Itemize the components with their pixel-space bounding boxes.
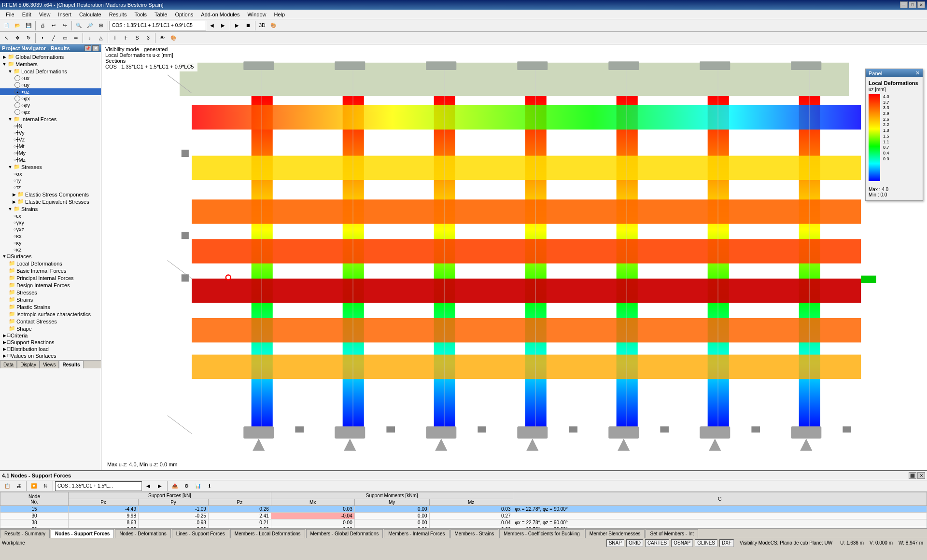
minimize-button[interactable]: ─	[900, 1, 908, 8]
tree-node-criteria[interactable]: ▶ ☐ Criteria	[0, 332, 101, 339]
maximize-button[interactable]: □	[909, 1, 916, 8]
menu-tools[interactable]: Tools	[130, 11, 151, 18]
bottom-tab-10[interactable]: Set of Members - Int	[646, 529, 698, 538]
bottom-tab-4[interactable]: Members - Local Deformations	[230, 529, 305, 538]
tree-node-Mz[interactable]: ○ ╋ Mz	[0, 156, 101, 163]
color-btn[interactable]: 🎨	[168, 33, 179, 43]
radio-uy[interactable]	[14, 82, 20, 88]
table-export2-btn[interactable]: 📤	[169, 481, 180, 491]
select-btn[interactable]: ↖	[1, 33, 12, 43]
bottom-tab-0[interactable]: Results - Summary	[0, 529, 50, 538]
table-resize-btn[interactable]: ⬛	[909, 472, 916, 479]
tree-node-local-def[interactable]: ▼ 📁 Local Deformations	[0, 68, 101, 75]
tree-node-uz[interactable]: ● uz	[0, 88, 101, 95]
tree-node-int-forces[interactable]: ▼ 📁 Internal Forces	[0, 115, 101, 123]
tree-node-dist-load[interactable]: ▶ ☐ Distribution load	[0, 346, 101, 352]
table-chart-btn[interactable]: 📊	[193, 481, 203, 491]
table-sort-btn[interactable]: ⇅	[40, 481, 51, 491]
menu-window[interactable]: Window	[243, 11, 270, 18]
tree-node-isotropic[interactable]: 📁 Isotropic surface characteristics	[0, 310, 101, 318]
tree-node-phix[interactable]: ○ φx	[0, 95, 101, 102]
table-info-btn[interactable]: ℹ	[204, 481, 215, 491]
tree-node-elastic-equiv[interactable]: ▶ 📁 Elastic Equivalent Stresses	[0, 198, 101, 205]
tree-node-tauz[interactable]: ○ τz	[0, 184, 101, 191]
tree-node-elastic-stress[interactable]: ▶ 📁 Elastic Stress Components	[0, 191, 101, 198]
bottom-tab-3[interactable]: Lines - Support Forces	[172, 529, 229, 538]
print-btn[interactable]: 🖨	[37, 20, 48, 31]
tree-node-Vy[interactable]: ○ ╋ Vy	[0, 129, 101, 136]
radio-phix[interactable]	[14, 96, 20, 101]
tree-node-ky[interactable]: ○ κy	[0, 239, 101, 246]
bottom-tab-1[interactable]: Nodes - Support Forces	[51, 529, 114, 538]
open-btn[interactable]: 📂	[12, 20, 23, 31]
status-cartes[interactable]: CARTES	[645, 539, 669, 547]
tree-node-members[interactable]: ▼ 📁 Members	[0, 60, 101, 68]
status-dxf[interactable]: DXF	[719, 539, 734, 547]
undo-btn[interactable]: ↩	[48, 20, 59, 31]
menu-view[interactable]: View	[35, 11, 55, 18]
menu-file[interactable]: File	[2, 11, 18, 18]
panel-close-btn[interactable]: ✕	[92, 45, 99, 51]
status-glines[interactable]: GLINES	[695, 539, 717, 547]
tree-node-phiz[interactable]: ○ φz	[0, 109, 101, 115]
load-btn[interactable]: ↓	[84, 33, 95, 43]
menu-table[interactable]: Table	[151, 11, 171, 18]
tree-node-gamxz[interactable]: ○ γxz	[0, 226, 101, 233]
tree-node-kx[interactable]: ○ κx	[0, 233, 101, 239]
member-btn[interactable]: ═	[70, 33, 81, 43]
status-grid[interactable]: GRID	[626, 539, 643, 547]
color-panel-close[interactable]: ✕	[915, 70, 920, 76]
run-btn[interactable]: ▶	[232, 20, 242, 31]
tree-node-stresses[interactable]: ▼ 📁 Stresses	[0, 163, 101, 170]
menu-results[interactable]: Results	[105, 11, 131, 18]
redo-btn[interactable]: ↪	[59, 20, 70, 31]
status-osnap[interactable]: OSNAP	[671, 539, 693, 547]
radio-uz[interactable]	[14, 89, 20, 95]
tree-node-My[interactable]: ○ ╋ My	[0, 150, 101, 156]
tree-node-surf-design[interactable]: 📁 Design Internal Forces	[0, 281, 101, 289]
tree-node-support-reactions[interactable]: ▶ ☐ Support Reactions	[0, 339, 101, 346]
left-tab-display[interactable]: Display	[17, 361, 40, 368]
table-next-btn[interactable]: ▶	[154, 481, 165, 491]
zoom-all-btn[interactable]: ⊞	[96, 20, 106, 31]
tree-node-surf-local-def[interactable]: 📁 Local Deformations	[0, 260, 101, 267]
support-btn[interactable]: △	[96, 33, 106, 43]
view-top-btn[interactable]: T	[110, 33, 120, 43]
view-3d-btn[interactable]: 3	[143, 33, 154, 43]
table-export-btn[interactable]: 📋	[2, 481, 13, 491]
tree-node-strains-mem[interactable]: ▼ 📁 Strains	[0, 205, 101, 212]
zoom-out-btn[interactable]: 🔎	[84, 20, 95, 31]
save-btn[interactable]: 💾	[23, 20, 34, 31]
tree-node-surf-strains[interactable]: 📁 Strains	[0, 296, 101, 303]
menu-insert[interactable]: Insert	[54, 11, 75, 18]
tree-node-ux[interactable]: ○ ux	[0, 75, 101, 82]
radio-phiz[interactable]	[14, 109, 20, 115]
bottom-tab-2[interactable]: Nodes - Deformations	[115, 529, 170, 538]
view-front-btn[interactable]: F	[121, 33, 131, 43]
menu-help[interactable]: Help	[270, 11, 289, 18]
bottom-tab-5[interactable]: Members - Global Deformations	[306, 529, 383, 538]
table-filter-btn[interactable]: 🔽	[28, 481, 39, 491]
table-prev-btn[interactable]: ◀	[143, 481, 154, 491]
table-close-btn[interactable]: ✕	[917, 472, 925, 479]
bottom-tab-7[interactable]: Members - Strains	[450, 529, 499, 538]
new-btn[interactable]: 📄	[1, 20, 12, 31]
tree-node-Vz[interactable]: ○ ╋ Vz	[0, 136, 101, 143]
line-btn[interactable]: ╱	[48, 33, 59, 43]
radio-ux[interactable]	[14, 75, 20, 81]
status-snap[interactable]: SNAP	[606, 539, 624, 547]
tree-node-values-surfaces[interactable]: ▶ ☐ Values on Surfaces	[0, 352, 101, 359]
bottom-tab-9[interactable]: Member Slendernesses	[585, 529, 645, 538]
tree-node-surf-stresses[interactable]: 📁 Stresses	[0, 289, 101, 296]
combo-loadcase[interactable]	[110, 21, 206, 30]
bottom-tab-6[interactable]: Members - Internal Forces	[384, 529, 449, 538]
tree-node-ex[interactable]: ○ εx	[0, 212, 101, 219]
tree-node-shape[interactable]: 📁 Shape	[0, 325, 101, 332]
tree-node-phiy[interactable]: ○ φy	[0, 102, 101, 109]
bottom-tab-8[interactable]: Members - Coefficients for Buckling	[499, 529, 584, 538]
menu-calculate[interactable]: Calculate	[75, 11, 105, 18]
radio-phiy[interactable]	[14, 102, 20, 108]
tree-node-surf-principal[interactable]: 📁 Principal Internal Forces	[0, 274, 101, 281]
tree-node-sigmax[interactable]: ○ σx	[0, 170, 101, 177]
move-btn[interactable]: ✥	[12, 33, 23, 43]
